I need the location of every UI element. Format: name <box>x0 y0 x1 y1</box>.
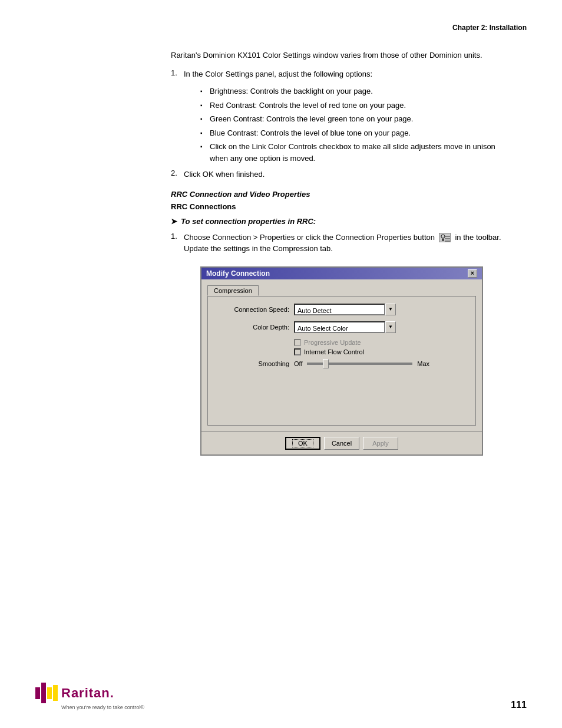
bullet-item: Brightness: Controls the backlight on yo… <box>200 85 509 97</box>
dialog-title: Modify Connection <box>206 269 270 278</box>
connection-speed-value: Auto Detect <box>294 304 385 315</box>
color-depth-value: Auto Select Color <box>294 321 385 333</box>
bullet-item: Green Contrast: Controls the level green… <box>200 113 509 125</box>
logo-mark: Raritan. <box>35 683 144 703</box>
rrc-step-1-text: Choose Connection > Properties or click … <box>184 232 509 255</box>
slider-min-label: Off <box>294 360 302 367</box>
chapter-header: Chapter 2: Installation <box>35 24 527 32</box>
tab-compression[interactable]: Compression <box>207 285 259 296</box>
bullet-item: Click on the Link Color Controls checkbo… <box>200 141 509 164</box>
ok-button[interactable]: OK <box>285 437 320 450</box>
color-depth-row: Color Depth: Auto Select Color ▼ <box>217 321 466 333</box>
progressive-update-row: Progressive Update <box>294 339 466 346</box>
arrow-symbol: ➤ <box>171 217 177 226</box>
svg-point-1 <box>442 239 444 241</box>
svg-rect-6 <box>35 687 40 699</box>
arrow-heading-text: To set connection properties in RRC: <box>181 217 316 226</box>
internet-flow-control-checkbox[interactable] <box>294 348 301 355</box>
dialog-footer: OK Cancel Apply <box>201 431 482 454</box>
progressive-update-label: Progressive Update <box>304 339 361 346</box>
dialog-close-button[interactable]: × <box>468 269 477 278</box>
arrow-heading-container: ➤ To set connection properties in RRC: <box>171 217 509 226</box>
bullet-item: Red Contrast: Controls the level of red … <box>200 100 509 111</box>
modify-connection-dialog: Modify Connection × Compression Connecti… <box>200 266 483 456</box>
connection-speed-label: Connection Speed: <box>217 306 294 313</box>
progressive-update-checkbox[interactable] <box>294 339 301 346</box>
step-1-number: 1. <box>171 68 184 80</box>
svg-rect-8 <box>47 687 52 699</box>
page-number: 111 <box>511 700 527 710</box>
internet-flow-control-row: Internet Flow Control <box>294 348 466 355</box>
raritan-tagline: When you're ready to take control® <box>61 704 144 710</box>
color-depth-dropdown-btn[interactable]: ▼ <box>385 321 396 333</box>
tab-bar: Compression <box>207 285 476 296</box>
apply-button: Apply <box>363 437 398 450</box>
smoothing-row: Smoothing Off Max <box>217 360 466 367</box>
step-2-number: 2. <box>171 169 184 180</box>
bullet-item: Blue Contrast: Controls the level of blu… <box>200 127 509 139</box>
raritan-logo-text: Raritan. <box>61 686 114 701</box>
slider-max-label: Max <box>417 360 429 367</box>
inline-icon-wrapper <box>437 233 455 242</box>
step-1: 1. In the Color Settings panel, adjust t… <box>171 68 509 80</box>
smoothing-slider-bar[interactable] <box>307 363 412 365</box>
step-2-text: Click OK when finished. <box>184 169 509 180</box>
color-depth-select[interactable]: Auto Select Color ▼ <box>294 321 396 333</box>
raritan-logo: Raritan. When you're ready to take contr… <box>35 683 144 710</box>
rrc-connection-heading: RRC Connection and Video Properties <box>171 190 509 199</box>
color-depth-control: Auto Select Color ▼ <box>294 321 466 333</box>
dialog-body: Compression Connection Speed: Auto Detec… <box>201 279 482 431</box>
smoothing-slider-track: Off Max <box>294 360 429 367</box>
intro-paragraph: Raritan's Dominion KX101 Color Settings … <box>171 50 509 61</box>
step-1-text: In the Color Settings panel, adjust the … <box>184 68 509 80</box>
ok-button-inner: OK <box>292 439 313 447</box>
svg-point-0 <box>441 235 445 238</box>
rrc-step-1-number: 1. <box>171 232 184 255</box>
cancel-button[interactable]: Cancel <box>324 437 359 450</box>
dialog-window: Modify Connection × Compression Connecti… <box>200 266 483 456</box>
connection-speed-dropdown-btn[interactable]: ▼ <box>385 304 396 315</box>
tab-content-compression: Connection Speed: Auto Detect ▼ Color De… <box>207 296 476 426</box>
svg-rect-9 <box>53 685 58 701</box>
internet-flow-control-label: Internet Flow Control <box>304 348 364 355</box>
svg-rect-7 <box>41 683 46 703</box>
connection-speed-select[interactable]: Auto Detect ▼ <box>294 304 396 315</box>
connection-speed-row: Connection Speed: Auto Detect ▼ <box>217 304 466 315</box>
connection-speed-control: Auto Detect ▼ <box>294 304 466 315</box>
color-depth-label: Color Depth: <box>217 324 294 331</box>
rrc-step-1: 1. Choose Connection > Properties or cli… <box>171 232 509 255</box>
connection-properties-icon <box>439 233 451 242</box>
smoothing-slider-thumb[interactable] <box>323 359 329 368</box>
bullet-list: Brightness: Controls the backlight on yo… <box>200 85 509 164</box>
page-footer: Raritan. When you're ready to take contr… <box>35 683 527 710</box>
step-2: 2. Click OK when finished. <box>171 169 509 180</box>
rrc-connections-heading: RRC Connections <box>171 202 509 211</box>
raritan-logo-icon <box>35 683 59 703</box>
smoothing-label: Smoothing <box>217 360 294 367</box>
dialog-titlebar: Modify Connection × <box>201 268 482 279</box>
